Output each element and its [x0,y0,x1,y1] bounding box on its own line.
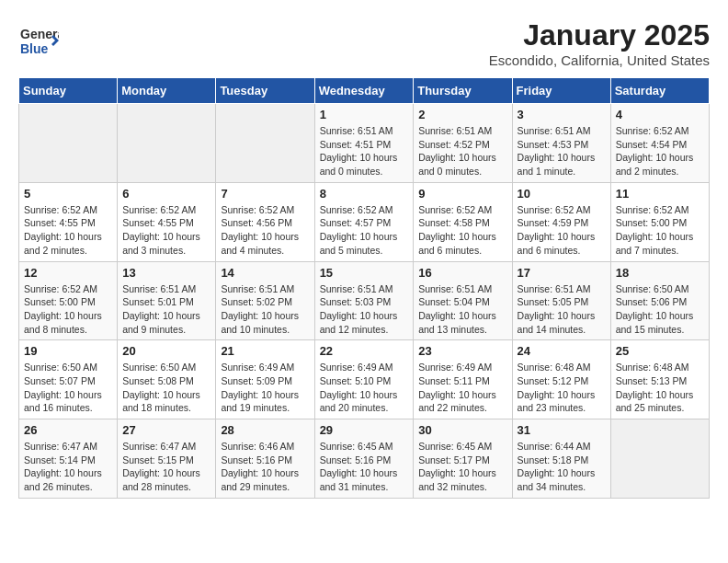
day-number: 9 [418,187,506,201]
week-row-0: 1Sunrise: 6:51 AMSunset: 4:51 PMDaylight… [19,104,710,183]
day-number: 27 [122,423,210,437]
calendar-cell-4-2: 28Sunrise: 6:46 AMSunset: 5:16 PMDayligh… [216,419,314,499]
day-number: 30 [418,423,506,437]
header-saturday: Saturday [610,78,709,104]
day-info: Sunrise: 6:50 AMSunset: 5:06 PMDaylight:… [616,282,704,337]
logo: General Blue [18,18,59,59]
day-info: Sunrise: 6:47 AMSunset: 5:14 PMDaylight:… [24,440,112,494]
day-info: Sunrise: 6:45 AMSunset: 5:16 PMDaylight:… [320,440,409,494]
calendar-cell-1-6: 11Sunrise: 6:52 AMSunset: 5:00 PMDayligh… [610,182,709,261]
calendar-cell-1-3: 8Sunrise: 6:52 AMSunset: 4:57 PMDaylight… [314,182,414,261]
day-number: 21 [221,344,309,358]
day-info: Sunrise: 6:52 AMSunset: 5:00 PMDaylight:… [24,282,112,337]
day-info: Sunrise: 6:52 AMSunset: 4:54 PMDaylight:… [616,124,704,178]
day-info: Sunrise: 6:52 AMSunset: 4:57 PMDaylight:… [320,203,409,258]
calendar-cell-2-2: 14Sunrise: 6:51 AMSunset: 5:02 PMDayligh… [216,261,314,340]
day-number: 15 [320,266,409,280]
day-number: 26 [24,423,112,437]
day-info: Sunrise: 6:51 AMSunset: 5:02 PMDaylight:… [221,282,309,337]
calendar-cell-4-5: 31Sunrise: 6:44 AMSunset: 5:18 PMDayligh… [512,419,610,499]
day-info: Sunrise: 6:49 AMSunset: 5:09 PMDaylight:… [221,361,309,415]
location: Escondido, California, United States [489,52,710,68]
calendar-cell-0-3: 1Sunrise: 6:51 AMSunset: 4:51 PMDaylight… [314,104,414,183]
day-info: Sunrise: 6:49 AMSunset: 5:10 PMDaylight:… [320,361,409,415]
day-number: 10 [518,187,606,201]
calendar-cell-1-4: 9Sunrise: 6:52 AMSunset: 4:58 PMDaylight… [414,182,512,261]
day-number: 6 [122,187,210,201]
calendar-cell-1-0: 5Sunrise: 6:52 AMSunset: 4:55 PMDaylight… [19,182,118,261]
day-info: Sunrise: 6:49 AMSunset: 5:11 PMDaylight:… [418,361,506,415]
day-number: 1 [320,108,409,121]
day-number: 17 [518,266,606,280]
title-section: January 2025 Escondido, California, Unit… [489,18,710,68]
day-info: Sunrise: 6:51 AMSunset: 5:04 PMDaylight:… [418,282,506,337]
calendar-cell-0-2 [216,104,314,183]
day-number: 11 [616,187,704,201]
calendar-cell-3-4: 23Sunrise: 6:49 AMSunset: 5:11 PMDayligh… [414,340,512,419]
day-info: Sunrise: 6:52 AMSunset: 4:58 PMDaylight:… [418,203,506,258]
calendar-cell-4-6 [610,419,709,499]
day-number: 25 [616,344,704,358]
day-number: 20 [122,344,210,358]
calendar-cell-4-4: 30Sunrise: 6:45 AMSunset: 5:17 PMDayligh… [414,419,512,499]
calendar-cell-1-1: 6Sunrise: 6:52 AMSunset: 4:55 PMDaylight… [118,182,216,261]
calendar-cell-2-0: 12Sunrise: 6:52 AMSunset: 5:00 PMDayligh… [19,261,118,340]
svg-text:General: General [20,27,59,41]
header-friday: Friday [512,78,610,104]
day-number: 4 [616,108,704,121]
calendar-cell-0-0 [19,104,118,183]
calendar-cell-4-0: 26Sunrise: 6:47 AMSunset: 5:14 PMDayligh… [19,419,118,499]
calendar-cell-0-6: 4Sunrise: 6:52 AMSunset: 4:54 PMDaylight… [610,104,709,183]
day-info: Sunrise: 6:52 AMSunset: 4:55 PMDaylight:… [24,203,112,258]
day-info: Sunrise: 6:51 AMSunset: 5:05 PMDaylight:… [518,282,606,337]
day-number: 13 [122,266,210,280]
day-number: 23 [418,344,506,358]
day-info: Sunrise: 6:50 AMSunset: 5:07 PMDaylight:… [24,361,112,415]
day-number: 31 [518,423,606,437]
calendar-cell-3-0: 19Sunrise: 6:50 AMSunset: 5:07 PMDayligh… [19,340,118,419]
day-number: 7 [221,187,309,201]
calendar-cell-0-5: 3Sunrise: 6:51 AMSunset: 4:53 PMDaylight… [512,104,610,183]
day-number: 14 [221,266,309,280]
day-number: 19 [24,344,112,358]
header-tuesday: Tuesday [216,78,314,104]
week-row-4: 26Sunrise: 6:47 AMSunset: 5:14 PMDayligh… [19,419,710,499]
day-info: Sunrise: 6:51 AMSunset: 5:03 PMDaylight:… [320,282,409,337]
day-info: Sunrise: 6:48 AMSunset: 5:12 PMDaylight:… [518,361,606,415]
week-row-2: 12Sunrise: 6:52 AMSunset: 5:00 PMDayligh… [19,261,710,340]
day-number: 5 [24,187,112,201]
day-info: Sunrise: 6:51 AMSunset: 4:51 PMDaylight:… [320,124,409,178]
day-number: 22 [320,344,409,358]
calendar-cell-4-1: 27Sunrise: 6:47 AMSunset: 5:15 PMDayligh… [118,419,216,499]
day-number: 28 [221,423,309,437]
day-info: Sunrise: 6:46 AMSunset: 5:16 PMDaylight:… [221,440,309,494]
day-info: Sunrise: 6:45 AMSunset: 5:17 PMDaylight:… [418,440,506,494]
day-info: Sunrise: 6:50 AMSunset: 5:08 PMDaylight:… [122,361,210,415]
header-wednesday: Wednesday [314,78,414,104]
calendar-cell-2-6: 18Sunrise: 6:50 AMSunset: 5:06 PMDayligh… [610,261,709,340]
week-row-1: 5Sunrise: 6:52 AMSunset: 4:55 PMDaylight… [19,182,710,261]
day-number: 16 [418,266,506,280]
day-info: Sunrise: 6:52 AMSunset: 4:56 PMDaylight:… [221,203,309,258]
day-number: 8 [320,187,409,201]
day-number: 24 [518,344,606,358]
week-row-3: 19Sunrise: 6:50 AMSunset: 5:07 PMDayligh… [19,340,710,419]
day-info: Sunrise: 6:52 AMSunset: 5:00 PMDaylight:… [616,203,704,258]
calendar-header-row: Sunday Monday Tuesday Wednesday Thursday… [19,78,710,104]
logo-icon: General Blue [18,18,59,59]
day-number: 18 [616,266,704,280]
day-info: Sunrise: 6:52 AMSunset: 4:59 PMDaylight:… [518,203,606,258]
calendar-cell-0-1 [118,104,216,183]
calendar-cell-2-5: 17Sunrise: 6:51 AMSunset: 5:05 PMDayligh… [512,261,610,340]
svg-text:Blue: Blue [20,41,49,56]
header-sunday: Sunday [19,78,118,104]
day-number: 2 [418,108,506,121]
page-header: General Blue January 2025 Escondido, Cal… [18,18,710,68]
calendar-cell-3-5: 24Sunrise: 6:48 AMSunset: 5:12 PMDayligh… [512,340,610,419]
day-info: Sunrise: 6:44 AMSunset: 5:18 PMDaylight:… [518,440,606,494]
calendar-cell-0-4: 2Sunrise: 6:51 AMSunset: 4:52 PMDaylight… [414,104,512,183]
calendar-table: Sunday Monday Tuesday Wednesday Thursday… [18,77,710,499]
calendar-cell-3-6: 25Sunrise: 6:48 AMSunset: 5:13 PMDayligh… [610,340,709,419]
day-number: 29 [320,423,409,437]
month-title: January 2025 [489,18,710,52]
